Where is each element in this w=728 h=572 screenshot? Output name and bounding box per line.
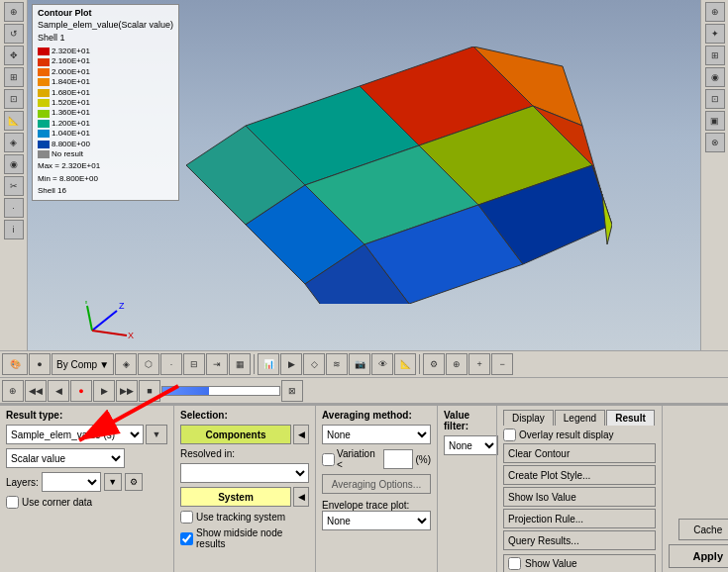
system-button[interactable]: System xyxy=(180,487,291,507)
show-value-label: Show Value xyxy=(525,558,577,569)
cache-button[interactable]: Cache xyxy=(678,519,728,540)
selection-section: Selection: Components ◀ Resolved in: Sys… xyxy=(173,406,315,572)
tb-view2-btn[interactable]: 👁 xyxy=(371,353,393,375)
layers-filter-btn[interactable]: ▼ xyxy=(104,473,122,491)
scalar-row: Scalar value xyxy=(6,448,167,468)
create-plot-button[interactable]: Create Plot Style... xyxy=(503,465,656,485)
tab-result[interactable]: Result xyxy=(606,410,655,426)
tool-select-icon[interactable]: ⊕ xyxy=(4,2,24,22)
overlay-checkbox[interactable] xyxy=(503,429,516,441)
use-corner-checkbox[interactable] xyxy=(6,496,19,509)
components-row: Components ◀ xyxy=(180,425,309,444)
playback-progress-container[interactable] xyxy=(161,386,280,396)
clear-contour-button[interactable]: Clear Contour xyxy=(503,443,656,463)
tool-zoom-icon[interactable]: ⊞ xyxy=(4,67,24,87)
tb-settings-btn[interactable]: ⚙ xyxy=(423,353,445,375)
components-button[interactable]: Components xyxy=(180,425,291,444)
tool-pan-icon[interactable]: ✥ xyxy=(4,46,24,65)
tb-deform-btn[interactable]: ≋ xyxy=(326,353,348,375)
tb-record-btn[interactable]: ● xyxy=(70,380,92,402)
by-comp-label: By Comp xyxy=(56,359,97,370)
tb-arrows-btn[interactable]: ⇥ xyxy=(206,353,228,375)
tb-play-icon[interactable]: ⊕ xyxy=(2,380,24,402)
legend-color-8 xyxy=(38,130,50,138)
tb-iso-btn[interactable]: ◇ xyxy=(303,353,325,375)
use-tracking-checkbox[interactable] xyxy=(180,511,193,524)
tb-edge-btn[interactable]: ⊟ xyxy=(183,353,205,375)
variation-checkbox[interactable] xyxy=(322,453,335,466)
tb-camera-btn[interactable]: 📷 xyxy=(349,353,370,375)
axes-svg: Z Y X xyxy=(82,301,137,345)
tool-layer-icon[interactable]: ◈ xyxy=(4,133,24,152)
axes-indicator: Z Y X xyxy=(82,301,132,340)
tb-chart-btn[interactable]: 📊 xyxy=(258,353,279,375)
tb-stop-btn[interactable]: ■ xyxy=(139,380,160,402)
tb-measure-btn[interactable]: 📐 xyxy=(394,353,416,375)
tb-minus-btn[interactable]: − xyxy=(491,353,513,375)
show-midside-checkbox[interactable] xyxy=(180,532,193,545)
components-arrow-btn[interactable]: ◀ xyxy=(293,425,309,444)
variation-input[interactable]: 10 xyxy=(383,449,413,469)
right-tool-5[interactable]: ⊡ xyxy=(705,89,725,109)
value-filter-label: Value filter: xyxy=(444,410,490,431)
tb-cube-btn[interactable]: ⬡ xyxy=(138,353,159,375)
tool-info-icon[interactable]: i xyxy=(4,220,24,239)
avg-options-button[interactable]: Averaging Options... xyxy=(322,474,431,494)
tb-ffwd-btn[interactable]: ▶▶ xyxy=(116,380,138,402)
result-type-label: Result type: xyxy=(6,410,167,421)
tab-legend[interactable]: Legend xyxy=(555,410,605,426)
tool-measure-icon[interactable]: 📐 xyxy=(4,111,24,131)
tb-extra-btn[interactable]: ⊕ xyxy=(446,353,468,375)
tb-prev-btn[interactable]: ◀ xyxy=(48,380,69,402)
query-results-button[interactable]: Query Results... xyxy=(503,530,656,550)
right-tool-3[interactable]: ⊞ xyxy=(705,46,725,65)
tool-cut-icon[interactable]: ✂ xyxy=(4,176,24,196)
right-tool-2[interactable]: ✦ xyxy=(705,24,725,44)
variation-label: Variation < xyxy=(337,448,381,470)
legend-value-0: 2.320E+01 xyxy=(52,47,90,56)
tool-node-icon[interactable]: · xyxy=(4,198,24,218)
tool-rotate-icon[interactable]: ↺ xyxy=(4,24,24,44)
averaging-select[interactable]: None xyxy=(322,425,431,444)
right-panel: Display Legend Result Overlay result dis… xyxy=(496,406,662,572)
legend-value-9: 8.800E+00 xyxy=(52,140,90,149)
right-tool-6[interactable]: ▣ xyxy=(705,111,725,131)
projection-button[interactable]: Projection Rule... xyxy=(503,509,656,528)
tb-plus-btn[interactable]: + xyxy=(468,353,490,375)
legend-color-nr xyxy=(38,150,50,158)
tool-view-icon[interactable]: ◉ xyxy=(4,154,24,174)
resolved-select[interactable] xyxy=(180,463,309,483)
show-iso-button[interactable]: Show Iso Value xyxy=(503,487,656,507)
result-type-select[interactable]: Sample_elem_value (s) xyxy=(6,425,144,444)
tb-next-btn[interactable]: ▶ xyxy=(93,380,115,402)
tb-mesh-btn[interactable]: ◈ xyxy=(115,353,137,375)
tb-face-btn[interactable]: ▦ xyxy=(229,353,251,375)
sep1 xyxy=(254,354,255,374)
scalar-select[interactable]: Scalar value xyxy=(6,448,125,468)
tab-display[interactable]: Display xyxy=(503,410,554,426)
value-filter-select[interactable]: None xyxy=(444,435,498,455)
show-value-checkbox[interactable] xyxy=(508,557,521,570)
tab-row: Display Legend Result xyxy=(503,410,656,426)
envelope-select[interactable]: None xyxy=(322,511,431,530)
legend-value-5: 1.520E+01 xyxy=(52,98,90,108)
right-tool-4[interactable]: ◉ xyxy=(705,67,725,87)
tb-node-btn[interactable]: · xyxy=(160,353,182,375)
legend-color-7 xyxy=(38,120,50,128)
right-tool-1[interactable]: ⊕ xyxy=(705,2,725,22)
svg-line-2 xyxy=(87,306,92,331)
tb-color-btn[interactable]: 🎨 xyxy=(2,353,28,375)
right-tool-7[interactable]: ⊗ xyxy=(705,133,725,152)
tb-anim-btn[interactable]: ▶ xyxy=(280,353,302,375)
result-type-arrow[interactable]: ▼ xyxy=(146,425,167,444)
system-arrow-btn[interactable]: ◀ xyxy=(293,487,309,507)
tb-sphere-btn[interactable]: ● xyxy=(29,353,51,375)
layers-settings-btn[interactable]: ⚙ xyxy=(125,473,143,491)
tool-fit-icon[interactable]: ⊡ xyxy=(4,89,24,109)
selection-label: Selection: xyxy=(180,410,309,421)
by-comp-dropdown[interactable]: By Comp ▼ xyxy=(52,353,114,375)
tb-rewind-btn[interactable]: ◀◀ xyxy=(25,380,47,402)
apply-button[interactable]: Apply xyxy=(669,544,728,568)
layers-select[interactable] xyxy=(42,472,101,492)
tb-end-btn[interactable]: ⊠ xyxy=(281,380,303,402)
